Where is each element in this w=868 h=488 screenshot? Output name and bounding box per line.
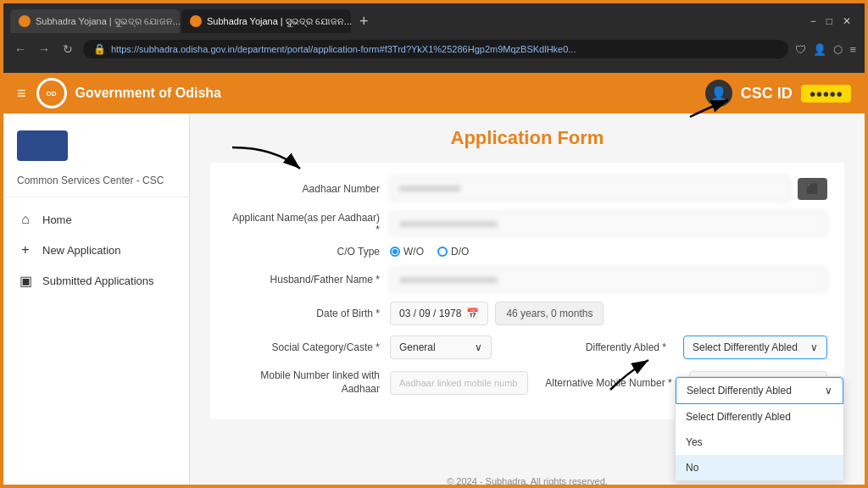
footer-text: © 2024 - Subhadra. All rights reserved. bbox=[447, 476, 608, 486]
mobile-input[interactable]: Aadhaar linked mobile numb bbox=[390, 371, 528, 395]
tab-1[interactable]: Subhadra Yojana | ସୁଭଦ୍ର ଯୋଜନ... ✕ bbox=[10, 9, 180, 33]
mobile-label: Mobile Number linked with Aadhaar bbox=[227, 369, 380, 396]
radio-do-dot bbox=[437, 247, 448, 257]
browser-extension-icons: 🛡 👤 ⬡ ≡ bbox=[795, 43, 856, 56]
diff-abled-label: Differently Abled * bbox=[586, 341, 666, 353]
home-icon: ⌂ bbox=[17, 212, 34, 227]
tab-1-label: Subhadra Yojana | ସୁଭଦ୍ର ଯୋଜନ... bbox=[36, 16, 180, 27]
extensions-icon: ⬡ bbox=[833, 43, 843, 56]
co-type-label: C/O Type bbox=[227, 246, 380, 258]
aadhaar-input[interactable]: ●●●●●●●●●● bbox=[390, 176, 791, 202]
co-type-do[interactable]: D/O bbox=[437, 246, 469, 258]
tab-favicon-1 bbox=[19, 15, 31, 27]
calendar-icon[interactable]: 📅 bbox=[466, 308, 479, 319]
sidebar-item-home-label: Home bbox=[42, 214, 72, 226]
close-button[interactable]: ✕ bbox=[843, 15, 851, 27]
content-area: Application Form Aadhaar Number ●●●●●●●●… bbox=[190, 114, 865, 488]
plus-icon: + bbox=[17, 242, 34, 258]
dropdown-chevron: ∨ bbox=[825, 385, 832, 396]
shield-icon: 🛡 bbox=[795, 43, 806, 56]
mobile-placeholder: Aadhaar linked mobile numb bbox=[399, 378, 517, 388]
tab-bar: Subhadra Yojana | ସୁଭଦ୍ର ଯୋଜନ... ✕ Subha… bbox=[3, 3, 865, 34]
sidebar-divider bbox=[3, 197, 189, 197]
minimize-button[interactable]: − bbox=[810, 15, 816, 27]
husband-father-label: Husband/Father Name * bbox=[227, 274, 380, 286]
social-cat-chevron: ∨ bbox=[475, 341, 482, 353]
radio-wo-label: W/O bbox=[403, 246, 424, 258]
aadhaar-row: Aadhaar Number ●●●●●●●●●● ⬛ bbox=[227, 176, 827, 202]
sidebar-logo-box bbox=[17, 130, 68, 161]
co-type-wo[interactable]: W/O bbox=[390, 246, 424, 258]
social-cat-select[interactable]: General ∨ bbox=[390, 336, 492, 359]
page-title: Application Form bbox=[210, 127, 844, 149]
sidebar-item-new-application[interactable]: + New Application bbox=[3, 235, 189, 265]
csc-id-value: ●●●●● bbox=[801, 85, 851, 103]
applicant-name-row: Applicant Name(as per Aadhaar) * ●●●●●●●… bbox=[227, 212, 827, 236]
co-type-radio-group: W/O D/O bbox=[390, 246, 469, 258]
social-diff-row: Social Category/Caste * General ∨ Differ… bbox=[227, 336, 827, 359]
aadhaar-scan-button[interactable]: ⬛ bbox=[798, 178, 827, 200]
differently-abled-dropdown: Select Differently Abled ∨ Select Differ… bbox=[675, 376, 844, 481]
applicant-name-label: Applicant Name(as per Aadhaar) * bbox=[227, 212, 380, 236]
dob-value: 03 / 09 / 1978 bbox=[399, 308, 461, 319]
sidebar-item-new-application-label: New Application bbox=[42, 244, 121, 257]
sidebar-item-submitted-applications[interactable]: ▣ Submitted Applications bbox=[3, 265, 189, 297]
applicant-name-input[interactable]: ●●●●●●●●●●●●●●●● bbox=[390, 212, 827, 236]
menu-icon[interactable]: ≡ bbox=[849, 43, 856, 56]
alt-mobile-label: Alternative Mobile Number * bbox=[545, 377, 671, 389]
sidebar-logo-area bbox=[3, 124, 189, 171]
forward-button[interactable]: → bbox=[36, 42, 53, 56]
diff-abled-select[interactable]: Select Differently Abled ∨ bbox=[683, 336, 827, 359]
diff-abled-chevron: ∨ bbox=[810, 341, 818, 353]
url-text: https://subhadra.odisha.gov.in/departmen… bbox=[111, 44, 576, 54]
sidebar: Common Services Center - CSC ⌂ Home + Ne… bbox=[3, 114, 190, 488]
social-cat-label: Social Category/Caste * bbox=[227, 341, 380, 353]
co-type-row: C/O Type W/O D/O bbox=[227, 246, 827, 258]
radio-wo-dot bbox=[390, 247, 400, 257]
profile-icon: 👤 bbox=[813, 43, 826, 56]
age-badge: 46 years, 0 months bbox=[495, 302, 604, 325]
aadhaar-label: Aadhaar Number bbox=[227, 183, 380, 195]
gov-title: Government of Odisha bbox=[75, 86, 221, 101]
maximize-button[interactable]: □ bbox=[826, 15, 832, 27]
tab-favicon-2 bbox=[190, 15, 202, 27]
refresh-button[interactable]: ↻ bbox=[59, 42, 76, 56]
user-avatar: 👤 bbox=[705, 80, 732, 107]
dob-input[interactable]: 03 / 09 / 1978 📅 bbox=[390, 302, 488, 325]
csc-id-label: CSC ID bbox=[741, 85, 793, 103]
sidebar-item-home[interactable]: ⌂ Home bbox=[3, 204, 189, 235]
dropdown-item-0-label: Select Differently Abled bbox=[686, 411, 791, 423]
hamburger-menu[interactable]: ≡ bbox=[17, 85, 26, 103]
new-tab-button[interactable]: + bbox=[353, 13, 376, 30]
browser-chrome: Subhadra Yojana | ସୁଭଦ୍ର ଯୋଜନ... ✕ Subha… bbox=[3, 3, 865, 73]
dropdown-item-1[interactable]: Yes bbox=[676, 430, 843, 455]
dob-row: Date of Birth * 03 / 09 / 1978 📅 46 year… bbox=[227, 302, 827, 325]
husband-father-row: Husband/Father Name * ●●●●●●●●●●●●●●●● bbox=[227, 268, 827, 291]
gov-logo: OD bbox=[36, 78, 67, 108]
sidebar-item-submitted-label: Submitted Applications bbox=[42, 274, 154, 287]
dob-label: Date of Birth * bbox=[227, 308, 380, 319]
dropdown-item-2[interactable]: No bbox=[676, 455, 843, 480]
tab-2-label: Subhadra Yojana | ସୁଭଦ୍ର ଯୋଜନ... bbox=[207, 16, 351, 27]
tab-2[interactable]: Subhadra Yojana | ସୁଭଦ୍ର ଯୋଜନ... ✕ bbox=[181, 9, 351, 33]
window-controls: − □ ✕ bbox=[810, 15, 858, 27]
dropdown-selected-label: Select Differently Abled bbox=[687, 385, 792, 396]
radio-do-label: D/O bbox=[451, 246, 469, 258]
husband-father-input[interactable]: ●●●●●●●●●●●●●●●● bbox=[390, 268, 827, 291]
dropdown-item-2-label: No bbox=[686, 462, 698, 474]
back-button[interactable]: ← bbox=[12, 42, 29, 56]
address-bar: ← → ↻ 🔒 https://subhadra.odisha.gov.in/d… bbox=[3, 34, 865, 64]
app-header: ≡ OD Government of Odisha 👤 CSC ID ●●●●● bbox=[3, 73, 865, 114]
arrow-csc-id bbox=[682, 114, 749, 125]
dropdown-item-1-label: Yes bbox=[686, 436, 703, 448]
diff-abled-value: Select Differently Abled bbox=[693, 341, 798, 353]
dropdown-header[interactable]: Select Differently Abled ∨ bbox=[676, 377, 843, 404]
folder-icon: ▣ bbox=[17, 273, 34, 289]
header-right: 👤 CSC ID ●●●●● bbox=[705, 80, 851, 107]
sidebar-org-name: Common Services Center - CSC bbox=[3, 171, 189, 193]
main-layout: Common Services Center - CSC ⌂ Home + Ne… bbox=[3, 114, 865, 488]
social-cat-value: General bbox=[399, 341, 436, 353]
url-input[interactable]: 🔒 https://subhadra.odisha.gov.in/departm… bbox=[83, 40, 788, 58]
dropdown-item-0[interactable]: Select Differently Abled bbox=[676, 404, 843, 430]
gov-logo-inner: OD bbox=[39, 80, 64, 106]
